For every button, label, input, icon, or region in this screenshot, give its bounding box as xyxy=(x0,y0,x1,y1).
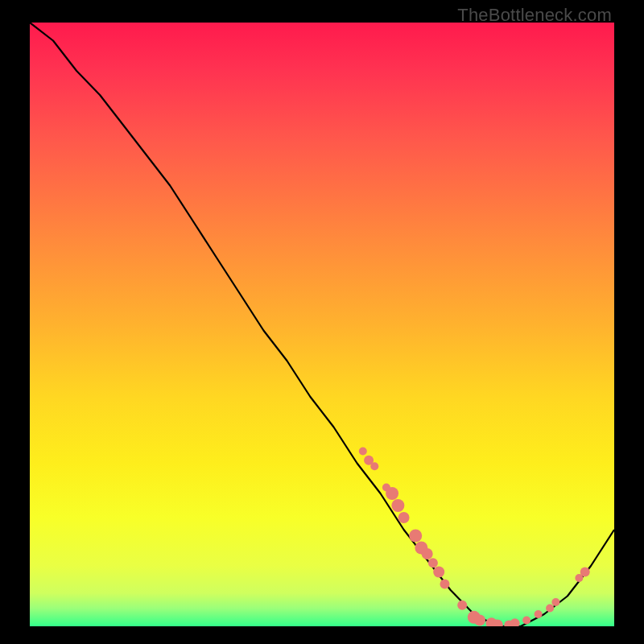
data-dot xyxy=(433,567,444,578)
chart-frame: TheBottleneck.com xyxy=(0,0,644,644)
bottleneck-curve xyxy=(30,23,614,626)
data-dot xyxy=(370,462,378,470)
data-dot xyxy=(386,487,398,500)
data-dot xyxy=(440,580,450,589)
data-dot xyxy=(409,530,422,543)
data-dot xyxy=(398,512,410,523)
data-dot xyxy=(546,605,554,613)
data-dot xyxy=(391,499,404,512)
data-dot xyxy=(522,617,530,625)
data-dot xyxy=(457,601,467,610)
data-dot xyxy=(580,568,590,577)
data-dots xyxy=(359,448,590,627)
data-dot xyxy=(474,615,485,626)
data-dot xyxy=(359,448,367,456)
data-dot xyxy=(422,548,433,559)
plot-area xyxy=(30,23,614,626)
curve-svg xyxy=(30,23,614,626)
data-dot xyxy=(510,618,520,626)
watermark-text: TheBottleneck.com xyxy=(457,5,612,26)
data-dot xyxy=(535,610,543,618)
data-dot xyxy=(551,598,559,606)
data-dot xyxy=(428,558,438,568)
